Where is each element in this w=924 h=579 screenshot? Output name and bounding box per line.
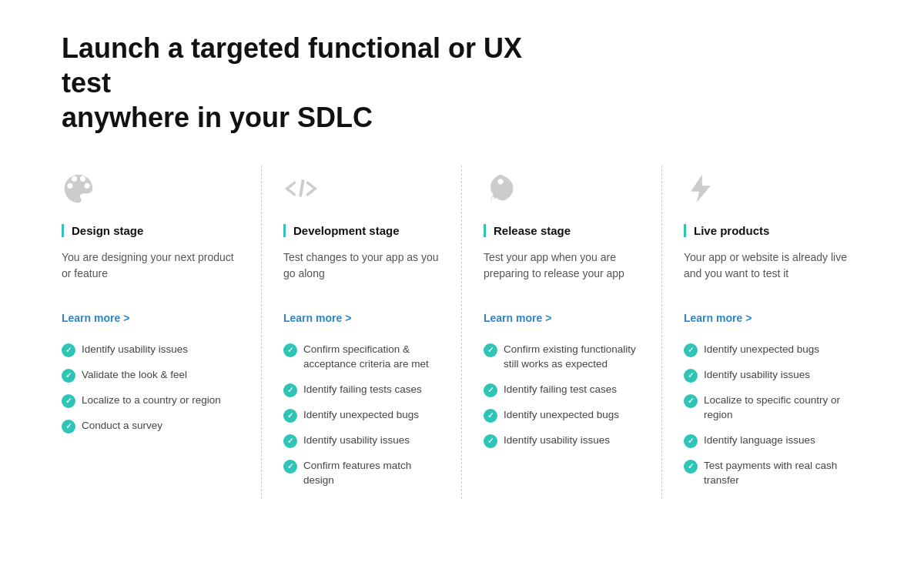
list-item-text: Identify failing test cases: [504, 383, 617, 397]
list-item: Conduct a survey: [62, 419, 239, 433]
list-item: Identify usability issues: [684, 368, 862, 383]
live-stage-title: Live products: [694, 224, 769, 237]
release-description: Test your app when you are preparing to …: [484, 249, 640, 296]
check-icon: [684, 394, 698, 408]
live-stage-header: Live products: [684, 224, 862, 237]
list-item-text: Conduct a survey: [82, 419, 162, 433]
development-icon-area: [283, 166, 440, 212]
check-icon: [62, 420, 75, 433]
list-item-text: Confirm features match design: [303, 459, 440, 488]
design-description: You are designing your next product or f…: [62, 249, 239, 296]
column-development: Development stageTest changes to your ap…: [262, 166, 462, 499]
release-stage-title: Release stage: [494, 224, 571, 237]
design-checklist: Identify usability issuesValidate the lo…: [62, 343, 239, 433]
list-item-text: Identify unexpected bugs: [504, 408, 619, 423]
list-item-text: Validate the look & feel: [82, 368, 187, 383]
release-icon-area: [484, 166, 640, 212]
list-item: Test payments with real cash transfer: [684, 459, 862, 488]
column-release: Release stageTest your app when you are …: [462, 166, 662, 499]
check-icon: [684, 434, 698, 448]
check-icon: [62, 343, 75, 357]
check-icon: [283, 434, 297, 448]
development-description: Test changes to your app as you go along: [283, 249, 440, 296]
list-item: Identify unexpected bugs: [484, 408, 640, 423]
design-stage-header: Design stage: [62, 224, 239, 237]
code-icon: [283, 172, 317, 206]
live-icon-area: [684, 166, 862, 212]
list-item-text: Confirm existing functionality still wor…: [504, 343, 640, 372]
check-icon: [484, 343, 497, 357]
check-icon: [484, 434, 497, 448]
column-live: Live productsYour app or website is alre…: [662, 166, 862, 499]
list-item: Identify failing tests cases: [283, 383, 440, 397]
list-item-text: Confirm specification & acceptance crite…: [303, 343, 440, 372]
development-stage-header: Development stage: [283, 224, 440, 237]
check-icon: [283, 383, 297, 397]
list-item: Identify language issues: [684, 433, 862, 448]
check-icon: [283, 343, 297, 357]
rocket-icon: [484, 172, 517, 206]
list-item: Identify unexpected bugs: [684, 343, 862, 357]
list-item: Confirm existing functionality still wor…: [484, 343, 640, 372]
development-checklist: Confirm specification & acceptance crite…: [283, 343, 440, 488]
list-item: Identify usability issues: [484, 433, 640, 448]
check-icon: [283, 460, 297, 474]
list-item-text: Identify language issues: [704, 433, 815, 448]
check-icon: [684, 343, 698, 357]
design-stage-title: Design stage: [72, 224, 143, 237]
palette-icon: [62, 172, 95, 206]
column-design: Design stageYou are designing your next …: [62, 166, 262, 499]
list-item-text: Identify usability issues: [704, 368, 810, 383]
list-item: Identify unexpected bugs: [283, 408, 440, 423]
live-checklist: Identify unexpected bugsIdentify usabili…: [684, 343, 862, 488]
check-icon: [283, 409, 297, 423]
lightning-icon: [684, 172, 718, 206]
list-item-text: Identify failing tests cases: [303, 383, 422, 397]
design-learn-more[interactable]: Learn more >: [62, 312, 129, 324]
release-stage-header: Release stage: [484, 224, 640, 237]
check-icon: [484, 383, 497, 397]
page-container: Launch a targeted functional or UX test …: [0, 0, 924, 545]
list-item: Confirm specification & acceptance crite…: [283, 343, 440, 372]
live-learn-more[interactable]: Learn more >: [684, 312, 752, 324]
live-description: Your app or website is already live and …: [684, 249, 862, 296]
check-icon: [684, 369, 698, 383]
check-icon: [684, 460, 698, 474]
list-item-text: Identify usability issues: [303, 433, 410, 448]
release-checklist: Confirm existing functionality still wor…: [484, 343, 640, 448]
list-item-text: Identify unexpected bugs: [704, 343, 819, 357]
list-item: Localize to specific country or region: [684, 393, 862, 423]
list-item: Identify usability issues: [283, 433, 440, 448]
list-item-text: Identify unexpected bugs: [303, 408, 419, 423]
list-item: Localize to a country or region: [62, 393, 239, 408]
check-icon: [62, 394, 75, 408]
release-learn-more[interactable]: Learn more >: [484, 312, 551, 324]
list-item-text: Identify usability issues: [504, 433, 610, 448]
columns-grid: Design stageYou are designing your next …: [62, 166, 862, 499]
list-item-text: Localize to a country or region: [82, 393, 221, 408]
list-item: Identify failing test cases: [484, 383, 640, 397]
list-item: Identify usability issues: [62, 343, 239, 357]
development-learn-more[interactable]: Learn more >: [283, 312, 351, 324]
list-item-text: Test payments with real cash transfer: [704, 459, 862, 488]
list-item: Confirm features match design: [283, 459, 440, 488]
list-item-text: Localize to specific country or region: [704, 393, 862, 423]
design-icon-area: [62, 166, 239, 212]
list-item-text: Identify usability issues: [82, 343, 188, 357]
check-icon: [484, 409, 497, 423]
check-icon: [62, 369, 75, 383]
page-title: Launch a targeted functional or UX test …: [62, 31, 524, 135]
development-stage-title: Development stage: [293, 224, 400, 237]
list-item: Validate the look & feel: [62, 368, 239, 383]
